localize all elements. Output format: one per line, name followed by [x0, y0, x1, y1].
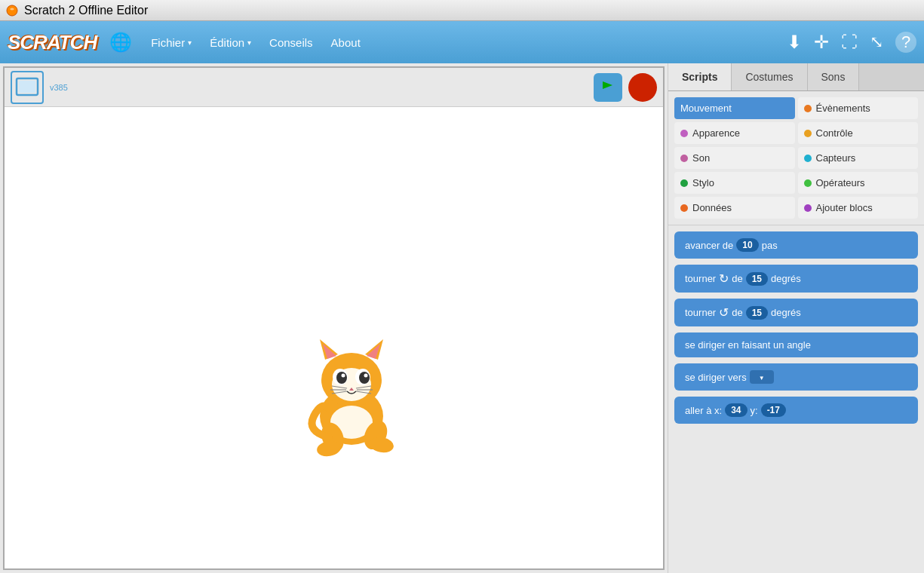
menu-conseils[interactable]: Conseils [260, 32, 322, 54]
menubar: SCRATCH 🌐 Fichier ▾ Édition ▾ Conseils A… [0, 21, 924, 63]
menubar-icons: ⬇ ✛ ⛶ ⤡ ? [787, 32, 916, 53]
block-avancer[interactable]: avancer de 10 pas [674, 231, 918, 259]
tabs-container: Scripts Costumes Sons [668, 63, 924, 91]
category-apparence[interactable]: Apparence [674, 122, 795, 144]
evenements-dot [804, 105, 812, 112]
mouvement-label: Mouvement [680, 103, 732, 114]
controle-label: Contrôle [816, 127, 853, 139]
help-icon[interactable]: ? [895, 32, 916, 53]
menu-about[interactable]: About [322, 32, 370, 54]
diriger-vers-text: se diriger vers [685, 372, 747, 383]
diriger-angle-text: se diriger en faisant un angle [685, 339, 811, 351]
globe-icon[interactable]: 🌐 [109, 30, 133, 54]
tourner-cw-de: de [732, 273, 742, 284]
tourner-cw-text: tourner [685, 273, 716, 284]
stage-canvas [5, 107, 663, 568]
son-dot [680, 155, 688, 162]
scratch-cat-sprite [291, 326, 412, 461]
category-mouvement[interactable]: Mouvement [674, 97, 795, 119]
svg-rect-2 [19, 81, 35, 93]
operateurs-label: Opérateurs [816, 177, 865, 188]
operateurs-dot [804, 179, 812, 187]
aller-x-value: 34 [725, 403, 747, 417]
avancer-text-after: pas [762, 240, 778, 251]
stylo-label: Stylo [692, 177, 714, 188]
stop-button[interactable] [628, 73, 657, 102]
tab-scripts[interactable]: Scripts [668, 63, 732, 90]
svg-point-14 [359, 372, 370, 384]
stage-view-button[interactable] [11, 71, 44, 104]
right-panel: Scripts Costumes Sons Mouvement Évènemen… [668, 63, 924, 573]
category-stylo[interactable]: Stylo [674, 172, 795, 194]
svg-point-0 [7, 5, 17, 16]
fichier-arrow: ▾ [188, 38, 192, 47]
category-operateurs[interactable]: Opérateurs [798, 172, 919, 194]
tourner-ccw-value: 15 [746, 306, 768, 320]
block-diriger-vers[interactable]: se diriger vers [674, 363, 918, 391]
category-capteurs[interactable]: Capteurs [798, 147, 919, 169]
menu-edition[interactable]: Édition ▾ [201, 32, 260, 54]
menu-fichier[interactable]: Fichier ▾ [142, 32, 201, 54]
ajouter-label: Ajouter blocs [816, 202, 873, 213]
tab-sons[interactable]: Sons [808, 63, 860, 90]
logo-text: SCRATCH [8, 31, 97, 54]
download-icon[interactable]: ⬇ [787, 32, 802, 53]
categories-grid: Mouvement Évènements Apparence Contrôle … [668, 91, 924, 225]
tourner-cw-degres: degrés [771, 273, 801, 284]
category-son[interactable]: Son [674, 147, 795, 169]
svg-point-15 [342, 374, 345, 378]
aller-text: aller à x: [685, 405, 722, 416]
scratch-logo: SCRATCH [8, 31, 97, 54]
avancer-text-before: avancer de [685, 240, 733, 251]
capteurs-dot [804, 155, 812, 162]
aller-y-value: -17 [761, 403, 786, 417]
tourner-ccw-text: tourner [685, 307, 716, 318]
capteurs-label: Capteurs [816, 152, 856, 164]
main-area: v385 [0, 63, 924, 573]
apparence-label: Apparence [692, 127, 740, 139]
ajouter-dot [804, 204, 812, 212]
blocks-area: avancer de 10 pas tourner ↻ de 15 degrés… [668, 225, 924, 573]
add-icon[interactable]: ✛ [814, 32, 829, 53]
block-tourner-ccw[interactable]: tourner ↺ de 15 degrés [674, 299, 918, 326]
apparence-dot [680, 130, 688, 137]
category-evenements[interactable]: Évènements [798, 97, 919, 119]
titlebar: Scratch 2 Offline Editor [0, 0, 924, 21]
svg-point-16 [364, 374, 368, 378]
evenements-label: Évènements [816, 103, 870, 114]
category-controle[interactable]: Contrôle [798, 122, 919, 144]
donnees-label: Données [692, 202, 732, 213]
tourner-ccw-de: de [732, 307, 742, 318]
controle-dot [804, 130, 812, 137]
son-label: Son [692, 152, 710, 164]
stage-area: v385 [3, 66, 665, 570]
app-icon [6, 5, 18, 17]
tourner-ccw-degres: degrés [771, 307, 801, 318]
diriger-vers-dropdown[interactable] [750, 370, 774, 384]
shrink-icon[interactable]: ⤡ [870, 32, 883, 52]
avancer-value: 10 [736, 238, 758, 252]
edition-arrow: ▾ [247, 38, 251, 47]
stage-version-label: v385 [50, 83, 68, 92]
block-aller-xy[interactable]: aller à x: 34 y: -17 [674, 397, 918, 424]
stage-toolbar: v385 [5, 68, 663, 107]
tourner-ccw-symbol: ↺ [719, 305, 729, 320]
fullscreen-icon[interactable]: ⛶ [841, 32, 858, 52]
tourner-cw-symbol: ↻ [719, 271, 729, 286]
stylo-dot [680, 179, 688, 187]
block-tourner-cw[interactable]: tourner ↻ de 15 degrés [674, 265, 918, 293]
tourner-cw-value: 15 [746, 272, 768, 286]
tab-costumes[interactable]: Costumes [732, 63, 807, 90]
green-flag-button[interactable] [594, 73, 622, 102]
titlebar-text: Scratch 2 Offline Editor [24, 4, 148, 17]
block-diriger-angle[interactable]: se diriger en faisant un angle [674, 332, 918, 357]
svg-point-13 [336, 372, 347, 384]
category-donnees[interactable]: Données [674, 197, 795, 219]
category-ajouter-blocs[interactable]: Ajouter blocs [798, 197, 919, 219]
donnees-dot [680, 204, 688, 212]
aller-y-label: y: [751, 405, 758, 416]
